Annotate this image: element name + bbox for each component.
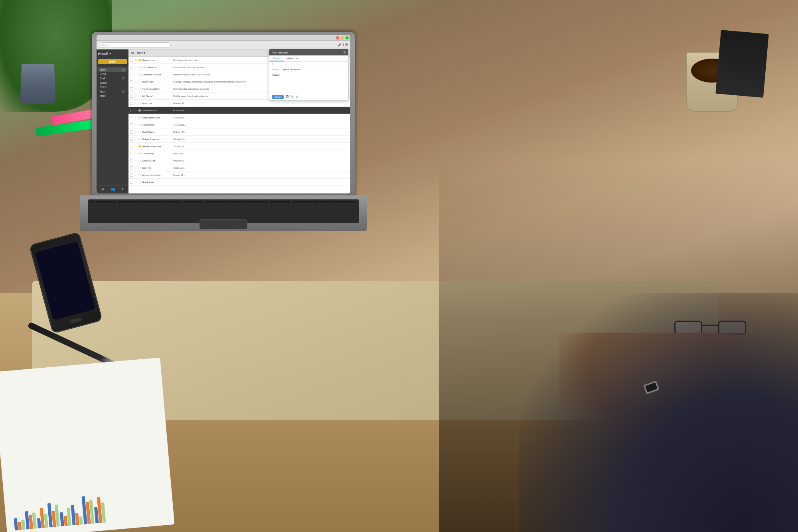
email-row[interactable]: ☆ Application Store Front offic...: [128, 114, 350, 121]
key-f9[interactable]: [269, 201, 291, 204]
unread-dot: [138, 174, 141, 176]
send-button[interactable]: Send: [272, 95, 284, 99]
popup-tab-subject[interactable]: Subject: [269, 55, 284, 61]
sidebar-item-spam[interactable]: Spam: [98, 81, 127, 85]
email-checkbox[interactable]: [130, 102, 133, 105]
filter-more-button[interactable]: More ▼: [137, 51, 146, 54]
email-checkbox[interactable]: [130, 152, 133, 155]
star-icon[interactable]: ☆: [134, 144, 137, 148]
email-checkbox[interactable]: [130, 123, 133, 126]
email-row[interactable]: ☆ Apps, me Games, Fr...: [128, 100, 350, 107]
subject-value[interactable]: Quick Question: [283, 68, 346, 71]
email-row[interactable]: ☆ Weekly magazine TV Progra...: [128, 143, 350, 150]
email-row-selected[interactable]: ☆ Games watch Publish an...: [128, 107, 350, 114]
key-f11[interactable]: [313, 201, 334, 204]
key-f8[interactable]: [248, 201, 269, 204]
star-icon[interactable]: ☆: [134, 166, 137, 169]
email-checkbox[interactable]: [130, 87, 133, 91]
search-bar[interactable]: Search ...: [99, 42, 171, 48]
filter-all-button[interactable]: All: [131, 51, 134, 54]
key-f12[interactable]: [335, 201, 356, 204]
email-checkbox[interactable]: [130, 130, 133, 134]
star-icon[interactable]: ☆: [134, 116, 137, 119]
key-f3[interactable]: [139, 201, 160, 204]
email-checkbox[interactable]: [130, 59, 133, 62]
email-row[interactable]: ☆ Online Calendar Weekly Bu...: [128, 136, 350, 143]
glasses-bridge: [702, 325, 718, 326]
star-icon[interactable]: ☆: [134, 94, 137, 98]
star-icon[interactable]: ☆: [134, 152, 137, 155]
star-icon[interactable]: ☆: [134, 87, 137, 91]
sidebar-item-more[interactable]: More –: [98, 94, 127, 98]
key-f5[interactable]: [182, 201, 204, 204]
star-icon[interactable]: ☆: [134, 137, 137, 141]
email-sender: TV Weekly: [142, 152, 172, 155]
star-icon[interactable]: ☆: [134, 180, 137, 184]
image-icon[interactable]: 🖼: [285, 95, 288, 99]
key-f10[interactable]: [291, 201, 313, 204]
email-checkbox[interactable]: [130, 173, 133, 177]
sidebar-item-trash[interactable]: Trash (21): [98, 89, 127, 94]
star-icon[interactable]: ☆: [134, 65, 137, 69]
key-f4[interactable]: [161, 201, 182, 204]
star-icon[interactable]: ☆: [134, 159, 137, 162]
settings-icon[interactable]: ⚙: [296, 95, 298, 99]
star-icon[interactable]: ☆: [134, 130, 137, 134]
chart-group-7: [82, 496, 95, 524]
email-checkbox[interactable]: [130, 138, 133, 141]
email-row[interactable]: ☆ Account manager Luxury H...: [128, 171, 350, 179]
sidebar-item-draft[interactable]: Draft (1): [98, 76, 127, 81]
sidebar-item-send[interactable]: Send: [98, 72, 127, 76]
email-checkbox[interactable]: [130, 116, 133, 119]
contacts-icon[interactable]: ⇄: [101, 187, 105, 191]
sidebar-item-inbox[interactable]: Inbox (22): [98, 67, 127, 72]
email-checkbox[interactable]: [130, 95, 133, 98]
hands-area: [559, 333, 758, 452]
star-icon[interactable]: ★: [121, 187, 124, 191]
popup-close-button[interactable]: ✕: [343, 51, 346, 54]
email-row[interactable]: ☆ Antivirus, all Paperless...: [128, 157, 350, 164]
email-checkbox[interactable]: [130, 159, 133, 162]
email-row[interactable]: ☆ Book Store Online - P...: [128, 128, 350, 136]
email-checkbox[interactable]: [130, 109, 133, 112]
new-email-button[interactable]: NEW: [98, 59, 127, 64]
sidebar-item-notes[interactable]: Notes: [98, 85, 127, 89]
email-sender: Info, client list: [142, 66, 172, 69]
star-icon[interactable]: ☆: [134, 123, 137, 126]
menu-icon[interactable]: ☰: [345, 43, 348, 47]
email-row[interactable]: ☆ Ebill, me Tools and...: [128, 164, 350, 171]
close-button[interactable]: [336, 36, 339, 39]
laptop-trackpad[interactable]: [200, 219, 247, 229]
star-icon[interactable]: ☆: [134, 173, 137, 177]
key-f1[interactable]: [95, 201, 117, 204]
microphone-icon[interactable]: 🎤: [338, 43, 342, 47]
email-checkbox[interactable]: [130, 181, 133, 184]
email-checkbox[interactable]: [130, 145, 133, 148]
star-icon[interactable]: ★: [134, 58, 137, 62]
people-icon[interactable]: 👥: [111, 187, 115, 191]
key-f7[interactable]: [226, 201, 247, 204]
key-esc[interactable]: [91, 201, 95, 204]
key-f2[interactable]: [117, 201, 139, 204]
popup-body[interactable]: Publish: [269, 72, 348, 93]
email-checkbox[interactable]: [130, 166, 133, 169]
email-row[interactable]: ☆ Hotel Suite: [128, 179, 350, 186]
unread-dot: [138, 88, 141, 90]
info-icon[interactable]: ℹ: [343, 43, 344, 47]
email-checkbox[interactable]: [130, 73, 133, 76]
email-subject: Publish an...: [173, 109, 349, 112]
star-icon[interactable]: ☆: [134, 101, 137, 105]
more-arrow: –: [124, 95, 125, 97]
minimize-button[interactable]: [341, 36, 344, 39]
maximize-button[interactable]: [346, 36, 349, 39]
email-row[interactable]: ☆ Front Office The World...: [128, 121, 350, 128]
star-icon[interactable]: ☆: [134, 73, 137, 76]
key-f6[interactable]: [204, 201, 226, 204]
star-icon[interactable]: ☆: [134, 108, 137, 112]
star-icon[interactable]: ☆: [134, 80, 137, 83]
attachment-icon[interactable]: 📎: [290, 95, 294, 99]
popup-tab-whatsnew[interactable]: What's new: [284, 55, 302, 61]
email-checkbox[interactable]: [130, 66, 133, 69]
email-row[interactable]: ☆ TV Weekly Best Antiv...: [128, 150, 350, 157]
email-checkbox[interactable]: [130, 80, 133, 83]
